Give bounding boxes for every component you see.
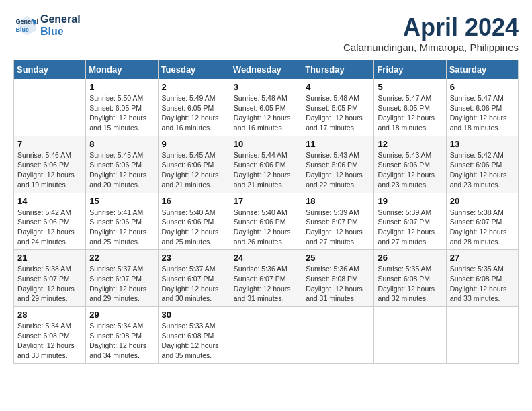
day-info: Sunrise: 5:36 AM Sunset: 6:07 PM Dayligh… [234, 264, 298, 304]
col-header-tuesday: Tuesday [158, 60, 230, 79]
day-info: Sunrise: 5:34 AM Sunset: 6:08 PM Dayligh… [17, 321, 82, 361]
col-header-thursday: Thursday [302, 60, 374, 79]
week-row: 28Sunrise: 5:34 AM Sunset: 6:08 PM Dayli… [14, 307, 519, 364]
day-number: 7 [17, 139, 82, 149]
day-number: 1 [89, 82, 154, 92]
day-info: Sunrise: 5:42 AM Sunset: 6:06 PM Dayligh… [17, 208, 82, 247]
day-number: 23 [162, 253, 226, 263]
day-info: Sunrise: 5:46 AM Sunset: 6:06 PM Dayligh… [17, 150, 82, 190]
month-title: April 2024 [343, 13, 519, 42]
day-info: Sunrise: 5:36 AM Sunset: 6:08 PM Dayligh… [306, 264, 370, 304]
day-number: 25 [306, 253, 370, 263]
day-info: Sunrise: 5:37 AM Sunset: 6:07 PM Dayligh… [162, 264, 226, 304]
calendar-cell: 24Sunrise: 5:36 AM Sunset: 6:07 PM Dayli… [230, 250, 302, 307]
day-number: 19 [378, 196, 442, 206]
col-header-saturday: Saturday [446, 60, 518, 79]
calendar-cell: 30Sunrise: 5:33 AM Sunset: 6:08 PM Dayli… [158, 307, 230, 364]
calendar-cell: 22Sunrise: 5:37 AM Sunset: 6:07 PM Dayli… [86, 250, 158, 307]
day-number: 30 [162, 310, 226, 320]
calendar-cell: 7Sunrise: 5:46 AM Sunset: 6:06 PM Daylig… [14, 136, 86, 193]
calendar-cell: 9Sunrise: 5:45 AM Sunset: 6:06 PM Daylig… [158, 136, 230, 193]
day-number: 26 [378, 253, 442, 263]
day-number: 14 [17, 196, 82, 206]
calendar-cell [230, 307, 302, 364]
calendar-cell: 27Sunrise: 5:35 AM Sunset: 6:08 PM Dayli… [446, 250, 518, 307]
day-number: 10 [234, 139, 298, 149]
calendar-cell: 2Sunrise: 5:49 AM Sunset: 6:05 PM Daylig… [158, 79, 230, 136]
day-number: 5 [378, 82, 442, 92]
day-info: Sunrise: 5:50 AM Sunset: 6:05 PM Dayligh… [89, 93, 154, 133]
day-number: 6 [450, 82, 515, 92]
day-number: 24 [234, 253, 298, 263]
day-number: 16 [162, 196, 226, 206]
day-number: 4 [306, 82, 370, 92]
day-info: Sunrise: 5:48 AM Sunset: 6:05 PM Dayligh… [306, 93, 370, 133]
day-number: 17 [234, 196, 298, 206]
day-info: Sunrise: 5:33 AM Sunset: 6:08 PM Dayligh… [162, 321, 226, 361]
week-row: 21Sunrise: 5:38 AM Sunset: 6:07 PM Dayli… [14, 250, 519, 307]
calendar-cell: 16Sunrise: 5:40 AM Sunset: 6:06 PM Dayli… [158, 193, 230, 250]
day-number: 29 [89, 310, 154, 320]
calendar-table: SundayMondayTuesdayWednesdayThursdayFrid… [13, 60, 519, 364]
calendar-cell: 18Sunrise: 5:39 AM Sunset: 6:07 PM Dayli… [302, 193, 374, 250]
day-number: 20 [450, 196, 515, 206]
calendar-cell: 14Sunrise: 5:42 AM Sunset: 6:06 PM Dayli… [14, 193, 86, 250]
day-number: 12 [378, 139, 442, 149]
day-number: 2 [162, 82, 226, 92]
day-number: 28 [17, 310, 82, 320]
day-info: Sunrise: 5:38 AM Sunset: 6:07 PM Dayligh… [450, 208, 515, 247]
day-info: Sunrise: 5:45 AM Sunset: 6:06 PM Dayligh… [162, 150, 226, 190]
col-header-friday: Friday [374, 60, 446, 79]
calendar-cell: 12Sunrise: 5:43 AM Sunset: 6:06 PM Dayli… [374, 136, 446, 193]
week-row: 1Sunrise: 5:50 AM Sunset: 6:05 PM Daylig… [14, 79, 519, 136]
day-number: 11 [306, 139, 370, 149]
svg-text:Blue: Blue [16, 26, 30, 33]
calendar-cell: 17Sunrise: 5:40 AM Sunset: 6:06 PM Dayli… [230, 193, 302, 250]
day-info: Sunrise: 5:44 AM Sunset: 6:06 PM Dayligh… [234, 150, 298, 190]
calendar-cell: 15Sunrise: 5:41 AM Sunset: 6:06 PM Dayli… [86, 193, 158, 250]
day-info: Sunrise: 5:39 AM Sunset: 6:07 PM Dayligh… [378, 208, 442, 247]
calendar-cell: 13Sunrise: 5:42 AM Sunset: 6:06 PM Dayli… [446, 136, 518, 193]
calendar-cell: 21Sunrise: 5:38 AM Sunset: 6:07 PM Dayli… [14, 250, 86, 307]
calendar-cell: 5Sunrise: 5:47 AM Sunset: 6:05 PM Daylig… [374, 79, 446, 136]
day-info: Sunrise: 5:38 AM Sunset: 6:07 PM Dayligh… [17, 264, 82, 304]
day-info: Sunrise: 5:35 AM Sunset: 6:08 PM Dayligh… [450, 264, 515, 304]
calendar-cell [374, 307, 446, 364]
week-row: 7Sunrise: 5:46 AM Sunset: 6:06 PM Daylig… [14, 136, 519, 193]
day-info: Sunrise: 5:47 AM Sunset: 6:06 PM Dayligh… [450, 93, 515, 133]
calendar-cell: 20Sunrise: 5:38 AM Sunset: 6:07 PM Dayli… [446, 193, 518, 250]
day-info: Sunrise: 5:40 AM Sunset: 6:06 PM Dayligh… [234, 208, 298, 247]
calendar-cell: 29Sunrise: 5:34 AM Sunset: 6:08 PM Dayli… [86, 307, 158, 364]
day-number: 13 [450, 139, 515, 149]
calendar-cell: 6Sunrise: 5:47 AM Sunset: 6:06 PM Daylig… [446, 79, 518, 136]
page-header: General Blue General Blue April 2024 Cal… [13, 13, 519, 53]
day-info: Sunrise: 5:40 AM Sunset: 6:06 PM Dayligh… [162, 208, 226, 247]
day-info: Sunrise: 5:47 AM Sunset: 6:05 PM Dayligh… [378, 93, 442, 133]
header-row: SundayMondayTuesdayWednesdayThursdayFrid… [14, 60, 519, 79]
day-number: 8 [89, 139, 154, 149]
day-info: Sunrise: 5:35 AM Sunset: 6:08 PM Dayligh… [378, 264, 442, 304]
day-info: Sunrise: 5:45 AM Sunset: 6:06 PM Dayligh… [89, 150, 154, 190]
day-info: Sunrise: 5:41 AM Sunset: 6:06 PM Dayligh… [89, 208, 154, 247]
calendar-cell [302, 307, 374, 364]
calendar-cell: 4Sunrise: 5:48 AM Sunset: 6:05 PM Daylig… [302, 79, 374, 136]
logo: General Blue General Blue [13, 13, 81, 38]
day-info: Sunrise: 5:43 AM Sunset: 6:06 PM Dayligh… [378, 150, 442, 190]
day-number: 21 [17, 253, 82, 263]
day-info: Sunrise: 5:43 AM Sunset: 6:06 PM Dayligh… [306, 150, 370, 190]
day-number: 22 [89, 253, 154, 263]
location-subtitle: Calamundingan, Mimaropa, Philippines [343, 42, 519, 53]
day-info: Sunrise: 5:39 AM Sunset: 6:07 PM Dayligh… [306, 208, 370, 247]
calendar-cell: 19Sunrise: 5:39 AM Sunset: 6:07 PM Dayli… [374, 193, 446, 250]
calendar-cell: 1Sunrise: 5:50 AM Sunset: 6:05 PM Daylig… [86, 79, 158, 136]
calendar-cell: 23Sunrise: 5:37 AM Sunset: 6:07 PM Dayli… [158, 250, 230, 307]
calendar-cell [14, 79, 86, 136]
logo-text: General Blue [40, 13, 81, 38]
day-info: Sunrise: 5:34 AM Sunset: 6:08 PM Dayligh… [89, 321, 154, 361]
day-info: Sunrise: 5:42 AM Sunset: 6:06 PM Dayligh… [450, 150, 515, 190]
calendar-cell: 25Sunrise: 5:36 AM Sunset: 6:08 PM Dayli… [302, 250, 374, 307]
logo-icon: General Blue [13, 13, 38, 38]
day-number: 15 [89, 196, 154, 206]
day-number: 3 [234, 82, 298, 92]
day-info: Sunrise: 5:49 AM Sunset: 6:05 PM Dayligh… [162, 93, 226, 133]
